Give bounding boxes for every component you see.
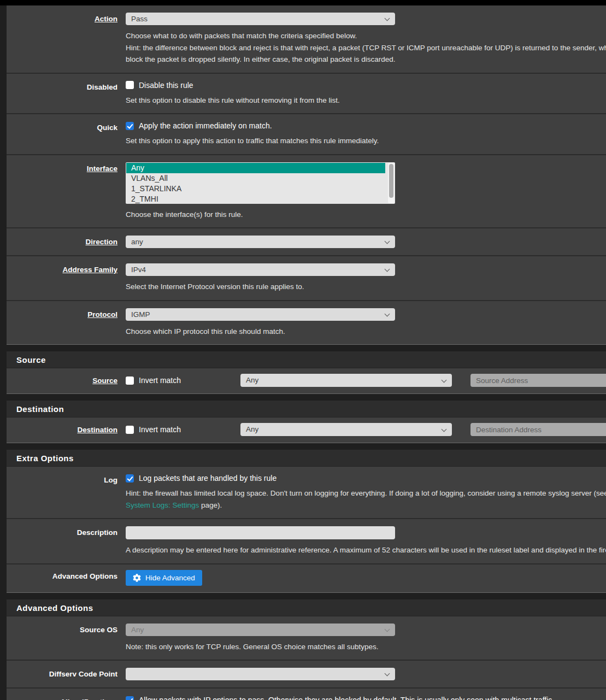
address-family-label: Address Family bbox=[7, 263, 126, 293]
source-invert-label: Invert match bbox=[139, 376, 181, 385]
source-type-select[interactable]: Any bbox=[240, 374, 452, 387]
destination-type-select-value: Any bbox=[246, 425, 258, 433]
destination-type-select[interactable]: Any bbox=[240, 423, 452, 436]
direction-select-value: any bbox=[131, 238, 143, 246]
destination-invert-checkbox[interactable] bbox=[126, 426, 134, 434]
gear-icon bbox=[133, 574, 141, 582]
chevron-down-icon bbox=[385, 239, 390, 244]
source-invert-checkbox[interactable] bbox=[126, 377, 134, 385]
protocol-label: Protocol bbox=[7, 308, 126, 338]
log-help: Hint: the firewall has limited local log… bbox=[126, 487, 606, 511]
diffserv-select[interactable] bbox=[126, 668, 395, 680]
description-input[interactable] bbox=[126, 526, 395, 539]
interface-option-any[interactable]: Any bbox=[126, 163, 385, 173]
description-label: Description bbox=[7, 526, 126, 556]
quick-checkbox[interactable] bbox=[126, 122, 134, 130]
protocol-select-value: IGMP bbox=[131, 310, 150, 319]
row-action: Action Pass Choose what to do with packe… bbox=[7, 5, 606, 73]
action-label: Action bbox=[7, 13, 126, 66]
action-select-value: Pass bbox=[131, 15, 148, 23]
source-os-select: Any bbox=[126, 623, 395, 636]
interface-help: Choose the interface(s) for this rule. bbox=[126, 209, 606, 221]
chevron-down-icon bbox=[442, 378, 447, 383]
interface-multiselect[interactable]: Any VLANs_All 1_STARLINKA 2_TMHI bbox=[126, 162, 395, 204]
firewall-rule-edit-form: Action Pass Choose what to do with packe… bbox=[7, 5, 606, 700]
hide-advanced-button[interactable]: Hide Advanced bbox=[126, 570, 202, 586]
interface-list-scrollbar[interactable] bbox=[388, 163, 395, 203]
direction-select[interactable]: any bbox=[126, 236, 395, 248]
row-direction: Direction any bbox=[7, 227, 606, 255]
row-allow-ip-options: Allow IP options Allow packets with IP o… bbox=[7, 687, 606, 700]
log-checkbox-label: Log packets that are handled by this rul… bbox=[139, 474, 276, 483]
row-advanced-toggle: Advanced Options Hide Advanced bbox=[7, 563, 606, 592]
scrollbar-thumb[interactable] bbox=[389, 164, 393, 198]
disabled-label: Disabled bbox=[7, 81, 126, 107]
row-source: Source Invert match Any bbox=[7, 368, 606, 393]
log-label: Log bbox=[7, 474, 126, 511]
source-os-select-value: Any bbox=[131, 626, 144, 634]
interface-option-vlans-all[interactable]: VLANs_All bbox=[126, 173, 385, 184]
quick-help: Set this option to apply this action to … bbox=[126, 135, 606, 147]
address-family-help: Select the Internet Protocol version thi… bbox=[126, 281, 606, 293]
allow-ip-options-checkbox-label: Allow packets with IP options to pass. O… bbox=[139, 696, 554, 700]
row-address-family: Address Family IPv4 Select the Internet … bbox=[7, 255, 606, 300]
hide-advanced-button-label: Hide Advanced bbox=[145, 574, 195, 582]
address-family-select[interactable]: IPv4 bbox=[126, 263, 395, 276]
description-help: A description may be entered here for ad… bbox=[126, 544, 606, 556]
top-black-bar bbox=[0, 0, 606, 5]
advanced-options-label: Advanced Options bbox=[7, 570, 126, 586]
quick-checkbox-label: Apply the action immediately on match. bbox=[139, 121, 272, 130]
panel-source: Source Source Invert match Any bbox=[7, 351, 606, 394]
quick-label: Quick bbox=[7, 121, 126, 147]
source-label: Source bbox=[7, 377, 126, 385]
chevron-down-icon bbox=[385, 16, 390, 21]
disable-rule-checkbox-label: Disable this rule bbox=[139, 81, 193, 90]
action-help: Choose what to do with packets that matc… bbox=[126, 30, 606, 66]
chevron-down-icon bbox=[385, 671, 390, 677]
source-section-title: Source bbox=[7, 351, 606, 368]
interface-option-starlinka[interactable]: 1_STARLINKA bbox=[126, 184, 385, 194]
row-source-os: Source OS Any Note: this only works for … bbox=[7, 616, 606, 660]
diffserv-label: Diffserv Code Point bbox=[7, 668, 126, 680]
row-disabled: Disabled Disable this rule Set this opti… bbox=[7, 73, 606, 114]
panel-edit-rule: Action Pass Choose what to do with packe… bbox=[7, 5, 606, 345]
panel-advanced-options: Advanced Options Source OS Any Note: thi… bbox=[7, 599, 606, 700]
protocol-select[interactable]: IGMP bbox=[126, 308, 395, 321]
destination-invert-label: Invert match bbox=[139, 425, 181, 434]
row-log: Log Log packets that are handled by this… bbox=[7, 467, 606, 518]
row-description: Description A description may be entered… bbox=[7, 518, 606, 563]
allow-ip-options-checkbox[interactable] bbox=[126, 696, 134, 700]
chevron-down-icon bbox=[385, 267, 390, 272]
action-select[interactable]: Pass bbox=[126, 13, 395, 25]
row-protocol: Protocol IGMP Choose which IP protocol t… bbox=[7, 300, 606, 345]
row-interface: Interface Any VLANs_All 1_STARLINKA 2_TM… bbox=[7, 154, 606, 228]
source-os-help: Note: this only works for TCP rules. Gen… bbox=[126, 641, 606, 653]
destination-label: Destination bbox=[7, 426, 126, 434]
extra-options-section-title: Extra Options bbox=[7, 450, 606, 467]
allow-ip-options-label: Allow IP options bbox=[7, 696, 126, 700]
source-type-select-value: Any bbox=[246, 376, 258, 384]
panel-extra-options: Extra Options Log Log packets that are h… bbox=[7, 450, 606, 593]
source-address-input bbox=[470, 374, 606, 387]
disabled-help: Set this option to disable this rule wit… bbox=[126, 95, 606, 107]
address-family-select-value: IPv4 bbox=[131, 266, 146, 274]
log-checkbox[interactable] bbox=[126, 474, 134, 483]
chevron-down-icon bbox=[442, 427, 447, 432]
protocol-help: Choose which IP protocol this rule shoul… bbox=[126, 326, 606, 338]
chevron-down-icon bbox=[385, 311, 390, 316]
advanced-options-section-title: Advanced Options bbox=[7, 599, 606, 616]
direction-label: Direction bbox=[7, 236, 126, 248]
source-os-label: Source OS bbox=[7, 623, 126, 653]
row-quick: Quick Apply the action immediately on ma… bbox=[7, 113, 606, 154]
row-destination: Destination Invert match Any bbox=[7, 417, 606, 443]
row-diffserv: Diffserv Code Point bbox=[7, 660, 606, 687]
interface-option-tmhi[interactable]: 2_TMHI bbox=[126, 194, 385, 204]
destination-address-input bbox=[470, 423, 606, 436]
panel-destination: Destination Destination Invert match Any bbox=[7, 401, 606, 443]
disable-rule-checkbox[interactable] bbox=[126, 81, 134, 89]
chevron-down-icon bbox=[385, 626, 390, 632]
destination-section-title: Destination bbox=[7, 401, 606, 417]
interface-label: Interface bbox=[7, 162, 126, 221]
